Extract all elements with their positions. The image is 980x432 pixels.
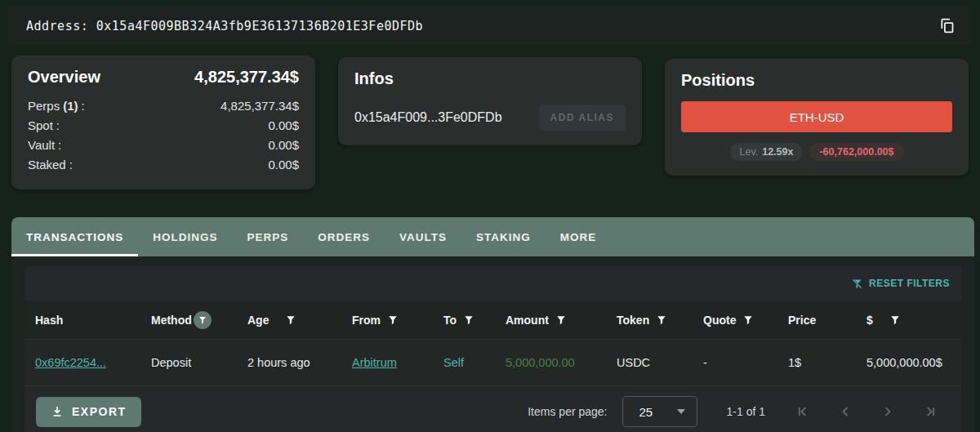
overview-row-vault: Vault: 0.00$ [28, 136, 299, 155]
col-amount: Amount [495, 301, 606, 339]
perps-value: 4,825,377.34$ [220, 96, 299, 116]
tx-price: 1$ [788, 356, 801, 369]
col-price: Price [777, 301, 856, 339]
position-eth-usd-button[interactable]: ETH-USD [681, 101, 952, 132]
col-quote: Quote [693, 301, 777, 339]
tab-more[interactable]: MORE [546, 217, 612, 256]
address-text: Address: 0x15a4F009BB324A3fb9E36137136B2… [26, 19, 423, 33]
col-from: From [341, 301, 433, 339]
col-token: Token [606, 301, 693, 339]
tab-perps[interactable]: PERPS [233, 217, 304, 256]
usd-filter-icon[interactable] [889, 314, 901, 326]
positions-title: Positions [681, 71, 952, 90]
tab-staking[interactable]: STAKING [461, 217, 546, 256]
col-age: Age [237, 301, 341, 339]
vault-value: 0.00$ [268, 136, 299, 155]
previous-page-button[interactable] [834, 400, 857, 423]
first-page-button[interactable] [791, 400, 814, 423]
items-per-page-select[interactable]: 25 [622, 396, 697, 427]
tab-holdings[interactable]: HOLDINGS [138, 217, 232, 256]
pagination-controls: Items per page: 25 1-1 of 1 [528, 396, 942, 427]
filters-bar: RESET FILTERS [24, 266, 961, 301]
add-alias-button[interactable]: ADD ALIAS [539, 105, 626, 131]
pnl-badge: -60,762,000.00$ [809, 143, 903, 161]
tx-hash-link[interactable]: 0x69fc2254... [35, 356, 106, 369]
download-icon [51, 405, 64, 418]
overview-title: Overview [28, 68, 100, 87]
table-header: Hash Method Age From To Amou [24, 301, 961, 339]
summary-cards: Overview 4,825,377.34$ Perps(1): 4,825,3… [11, 56, 969, 189]
col-usd: $ [856, 301, 961, 339]
copy-icon [938, 17, 956, 34]
tab-orders[interactable]: ORDERS [303, 217, 385, 256]
tx-method: Deposit [151, 356, 191, 369]
short-address: 0x15a4F009...3Fe0DFDb [354, 110, 502, 125]
tx-age: 2 hours ago [247, 356, 310, 369]
infos-card: Infos 0x15a4F009...3Fe0DFDb ADD ALIAS [338, 57, 642, 145]
page-range-label: 1-1 of 1 [727, 405, 765, 418]
token-filter-icon[interactable] [656, 314, 667, 326]
positions-card: Positions ETH-USD Lev. 12.59x -60,762,00… [665, 59, 969, 176]
next-page-button[interactable] [876, 400, 899, 423]
infos-title: Infos [354, 69, 626, 88]
copy-address-button[interactable] [935, 14, 959, 38]
tab-transactions[interactable]: TRANSACTIONS [11, 217, 138, 256]
items-per-page-label: Items per page: [528, 405, 607, 418]
transactions-panel: RESET FILTERS Hash Method Age From To [11, 256, 974, 432]
spot-value: 0.00$ [268, 116, 299, 136]
col-to: To [433, 301, 495, 339]
overview-total: 4,825,377.34$ [194, 68, 299, 87]
to-filter-icon[interactable] [463, 314, 474, 326]
age-filter-icon[interactable] [285, 314, 296, 326]
staked-value: 0.00$ [268, 155, 299, 175]
export-button[interactable]: EXPORT [36, 397, 141, 427]
tx-token: USDC [617, 356, 650, 369]
table-row: 0x69fc2254... Deposit 2 hours ago Arbitr… [24, 339, 961, 385]
tx-from-link[interactable]: Arbitrum [352, 356, 397, 369]
address-bar: Address: 0x15a4F009BB324A3fb9E36137136B2… [8, 7, 972, 45]
tab-vaults[interactable]: VAULTS [385, 217, 461, 256]
table-footer: EXPORT Items per page: 25 1-1 of 1 [24, 385, 961, 432]
chevron-down-icon [677, 409, 685, 414]
tx-usd: 5,000,000.00$ [866, 356, 942, 369]
tx-quote: - [703, 356, 707, 369]
quote-filter-icon[interactable] [742, 314, 754, 326]
from-filter-icon[interactable] [387, 314, 399, 326]
col-method: Method [140, 301, 237, 339]
address-label: Address: [26, 19, 88, 33]
filter-off-icon [851, 278, 863, 290]
col-hash: Hash [24, 301, 140, 339]
tx-amount: 5,000,000.00 [506, 356, 575, 369]
amount-filter-icon[interactable] [555, 314, 567, 326]
last-page-button[interactable] [919, 400, 942, 423]
overview-row-staked: Staked: 0.00$ [28, 155, 299, 175]
reset-filters-button[interactable]: RESET FILTERS [851, 278, 950, 290]
overview-row-spot: Spot: 0.00$ [28, 116, 299, 136]
address-value: 0x15a4F009BB324A3fb9E36137136B201E3Fe0DF… [96, 19, 423, 33]
leverage-badge: Lev. 12.59x [730, 143, 804, 161]
tx-to-link[interactable]: Self [443, 356, 464, 369]
overview-row-perps: Perps(1): 4,825,377.34$ [28, 96, 299, 116]
overview-card: Overview 4,825,377.34$ Perps(1): 4,825,3… [11, 56, 315, 189]
section-tabbar: TRANSACTIONS HOLDINGS PERPS ORDERS VAULT… [11, 217, 974, 256]
method-filter-icon[interactable] [194, 311, 212, 329]
